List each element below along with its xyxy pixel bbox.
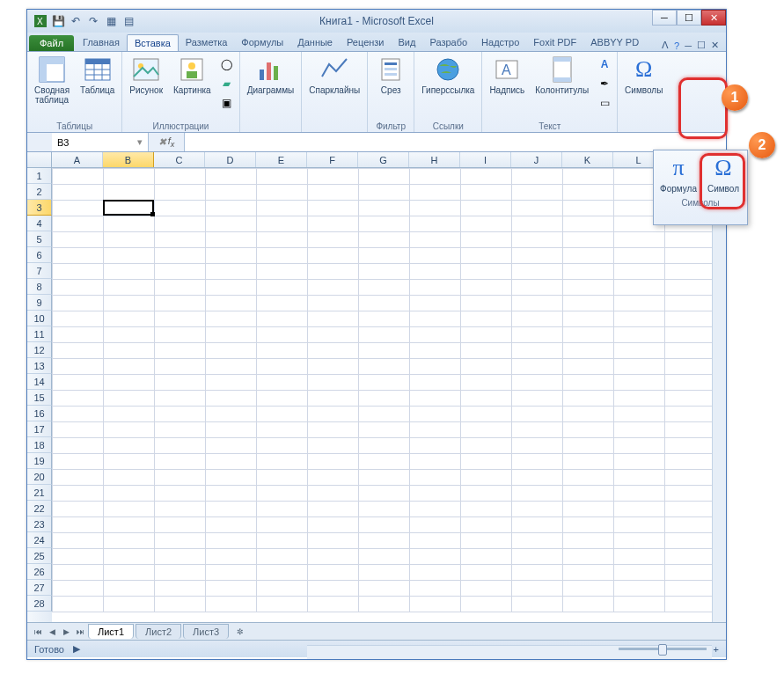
headerfooter-button[interactable]: Колонтитулы bbox=[531, 54, 592, 97]
undo-icon[interactable]: ↶ bbox=[68, 13, 84, 29]
column-header[interactable]: K bbox=[562, 152, 613, 167]
row-header[interactable]: 10 bbox=[27, 311, 52, 326]
new-sheet-icon[interactable]: ✼ bbox=[233, 625, 247, 639]
macro-icon[interactable]: ▶ bbox=[73, 643, 80, 655]
fx-button[interactable]: ✖ fx bbox=[149, 136, 184, 149]
close-button[interactable]: ✕ bbox=[701, 10, 726, 26]
ribbon-tab-3[interactable]: Формулы bbox=[234, 34, 290, 51]
row-header[interactable]: 4 bbox=[27, 216, 52, 231]
zoom-slider[interactable] bbox=[619, 648, 707, 650]
clipart-button[interactable]: Картинка bbox=[170, 54, 215, 97]
ribbon-tab-9[interactable]: Foxit PDF bbox=[526, 34, 583, 51]
pivot-table-button[interactable]: Сводная таблица bbox=[31, 54, 73, 106]
cells-area[interactable] bbox=[52, 168, 726, 622]
row-header[interactable]: 13 bbox=[27, 358, 52, 374]
screenshot-icon[interactable]: ▣ bbox=[218, 94, 236, 112]
sheet-nav-first[interactable]: ⏮ bbox=[31, 625, 45, 639]
sheet-tab[interactable]: Лист2 bbox=[136, 624, 181, 639]
column-header[interactable]: I bbox=[460, 152, 511, 167]
ribbon-tab-2[interactable]: Разметка bbox=[179, 34, 235, 51]
column-header[interactable]: E bbox=[256, 152, 307, 167]
table-button[interactable]: Таблица bbox=[77, 54, 118, 97]
row-header[interactable]: 8 bbox=[27, 279, 52, 295]
column-header[interactable]: C bbox=[154, 152, 205, 167]
column-header[interactable]: D bbox=[205, 152, 256, 167]
row-header[interactable]: 26 bbox=[27, 564, 52, 580]
doc-restore-icon[interactable]: ☐ bbox=[697, 40, 706, 51]
wordart-icon[interactable]: A bbox=[596, 55, 613, 73]
shapes-icon[interactable]: ◯ bbox=[218, 55, 236, 73]
redo-icon[interactable]: ↷ bbox=[85, 13, 101, 29]
ribbon-tab-4[interactable]: Данные bbox=[290, 34, 340, 51]
sparklines-button[interactable]: Спарклайны bbox=[305, 54, 363, 97]
formula-input[interactable] bbox=[184, 133, 726, 151]
sheet-nav-last[interactable]: ⏭ bbox=[73, 625, 87, 639]
ribbon-tab-8[interactable]: Надстро bbox=[474, 34, 526, 51]
sheet-nav-next[interactable]: ▶ bbox=[59, 625, 73, 639]
row-header[interactable]: 3 bbox=[27, 200, 52, 216]
row-header[interactable]: 19 bbox=[27, 453, 52, 469]
row-header[interactable]: 21 bbox=[27, 485, 52, 501]
ribbon-tab-7[interactable]: Разрабо bbox=[422, 34, 474, 51]
row-header[interactable]: 16 bbox=[27, 406, 52, 421]
row-header[interactable]: 15 bbox=[27, 390, 52, 406]
symbols-button[interactable]: Ω Символы bbox=[621, 54, 666, 97]
picture-button[interactable]: Рисунок bbox=[126, 54, 166, 97]
help-icon[interactable]: ? bbox=[674, 40, 679, 51]
select-all-corner[interactable] bbox=[27, 152, 52, 167]
row-header[interactable]: 17 bbox=[27, 421, 52, 437]
row-header[interactable]: 7 bbox=[27, 263, 52, 279]
row-header[interactable]: 25 bbox=[27, 548, 52, 564]
row-header[interactable]: 22 bbox=[27, 501, 52, 516]
ribbon-tab-0[interactable]: Главная bbox=[76, 34, 127, 51]
ribbon-tab-5[interactable]: Рецензи bbox=[340, 34, 392, 51]
slicer-button[interactable]: Срез bbox=[371, 54, 410, 97]
row-header[interactable]: 14 bbox=[27, 374, 52, 390]
minimize-button[interactable]: ─ bbox=[652, 10, 677, 26]
column-header[interactable]: J bbox=[511, 152, 562, 167]
ribbon-tab-1[interactable]: Вставка bbox=[127, 34, 179, 51]
row-header[interactable]: 28 bbox=[27, 596, 52, 612]
qat-icon[interactable]: ▦ bbox=[103, 13, 119, 29]
row-header[interactable]: 1 bbox=[27, 168, 52, 184]
save-icon[interactable]: 💾 bbox=[50, 13, 66, 29]
column-header[interactable]: G bbox=[358, 152, 409, 167]
sheet-nav-prev[interactable]: ◀ bbox=[45, 625, 59, 639]
column-header[interactable]: A bbox=[52, 152, 103, 167]
column-header[interactable]: H bbox=[409, 152, 460, 167]
sheet-tab[interactable]: Лист1 bbox=[88, 624, 134, 639]
zoom-in-button[interactable]: + bbox=[714, 644, 719, 655]
active-cell[interactable] bbox=[103, 200, 154, 216]
sheet-tab[interactable]: Лист3 bbox=[183, 624, 229, 639]
textbox-button[interactable]: A Надпись bbox=[486, 54, 528, 97]
row-header[interactable]: 27 bbox=[27, 580, 52, 596]
ribbon-minimize-icon[interactable]: ᐱ bbox=[662, 40, 669, 51]
charts-button[interactable]: Диаграммы bbox=[244, 54, 298, 97]
object-icon[interactable]: ▭ bbox=[596, 94, 613, 112]
row-header[interactable]: 5 bbox=[27, 231, 52, 247]
row-header[interactable]: 6 bbox=[27, 247, 52, 263]
row-header[interactable]: 9 bbox=[27, 295, 52, 311]
row-header[interactable]: 24 bbox=[27, 532, 52, 548]
column-header[interactable]: B bbox=[103, 152, 154, 167]
smartart-icon[interactable]: ▰ bbox=[218, 75, 236, 92]
maximize-button[interactable]: ☐ bbox=[677, 10, 701, 26]
qat-icon-2[interactable]: ▤ bbox=[121, 13, 136, 29]
symbol-button[interactable]: Ω Символ bbox=[702, 152, 744, 195]
file-tab[interactable]: Файл bbox=[29, 35, 74, 51]
row-header[interactable]: 11 bbox=[27, 326, 52, 342]
row-header[interactable]: 20 bbox=[27, 469, 52, 485]
ribbon-tab-6[interactable]: Вид bbox=[392, 34, 423, 51]
row-header[interactable]: 23 bbox=[27, 516, 52, 532]
doc-close-icon[interactable]: ✕ bbox=[711, 40, 719, 51]
ribbon-tab-10[interactable]: ABBYY PD bbox=[583, 34, 646, 51]
row-header[interactable]: 2 bbox=[27, 184, 52, 200]
column-header[interactable]: F bbox=[307, 152, 358, 167]
hyperlink-button[interactable]: Гиперссылка bbox=[418, 54, 478, 97]
equation-button[interactable]: π Формула bbox=[656, 152, 700, 195]
signature-icon[interactable]: ✒ bbox=[596, 75, 613, 92]
doc-minimize-icon[interactable]: ─ bbox=[685, 40, 692, 51]
name-box[interactable]: B3▾ bbox=[52, 133, 149, 151]
row-header[interactable]: 12 bbox=[27, 342, 52, 358]
row-header[interactable]: 18 bbox=[27, 437, 52, 453]
